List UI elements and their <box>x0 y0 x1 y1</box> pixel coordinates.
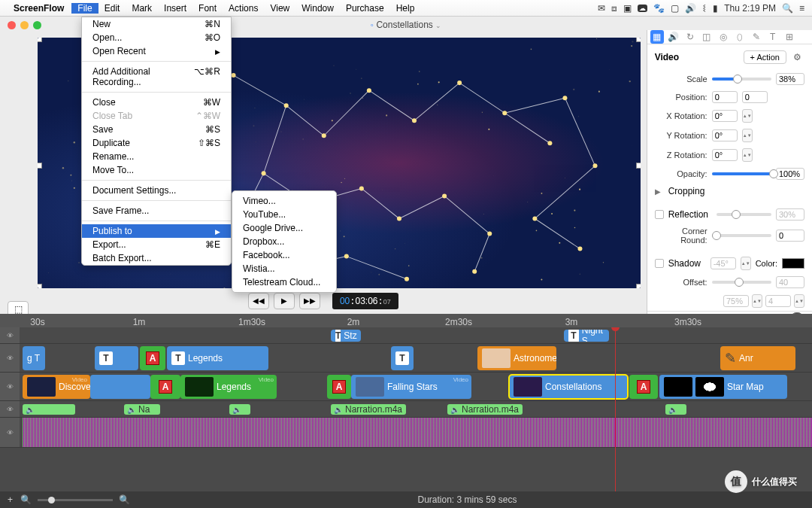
display-icon[interactable]: ▢ <box>671 3 679 14</box>
text-tab[interactable]: T <box>766 30 780 44</box>
volume-icon[interactable]: 🔊 <box>685 3 696 14</box>
submenu-item[interactable]: Wistia... <box>232 262 336 275</box>
resize-handle[interactable] <box>636 38 641 42</box>
track-head[interactable]: 👁 <box>0 418 20 447</box>
clip[interactable]: TStz <box>331 330 361 342</box>
clip[interactable]: A <box>150 375 180 399</box>
xrot-value[interactable]: 0° <box>712 110 738 122</box>
menu-actions[interactable]: Actions <box>223 3 264 14</box>
clip[interactable]: Constellations <box>509 375 628 399</box>
audio-clip[interactable]: 🔈Narration.m4a <box>331 404 406 415</box>
menu-view[interactable]: View <box>264 3 295 14</box>
offset-value[interactable]: 40 <box>776 276 804 288</box>
pencil-tab[interactable]: ✎ <box>750 30 763 44</box>
audio-tab[interactable]: 🔊 <box>667 30 680 44</box>
time-ruler[interactable]: 30s1m1m30s2m2m30s3m3m30s <box>0 314 812 327</box>
battery-icon[interactable]: ▮ <box>713 3 718 14</box>
video-tab[interactable]: ▦ <box>650 30 664 44</box>
menu-item[interactable]: Document Settings... <box>82 184 231 197</box>
menu-item[interactable]: Add Additional Recording...⌥⌘R <box>82 65 231 89</box>
clip[interactable]: LegendsVideo <box>180 375 277 399</box>
track-head[interactable]: 👁 <box>0 344 20 372</box>
rewind-button[interactable]: ◀◀ <box>248 293 269 309</box>
track-head[interactable]: 👁 <box>0 373 20 400</box>
menu-item[interactable]: Save Frame... <box>82 204 231 217</box>
position-y[interactable]: 0 <box>742 91 768 103</box>
menu-item[interactable]: Save⌘S <box>82 123 231 136</box>
cc-icon[interactable]: ☁ <box>638 5 647 12</box>
callout-tab[interactable]: ◫ <box>700 30 714 44</box>
clip[interactable]: A <box>140 346 165 370</box>
yrot-stepper[interactable]: ▲▼ <box>742 129 753 142</box>
media-tab[interactable]: ⊞ <box>783 30 796 44</box>
annotation-tab[interactable]: ⬯ <box>733 30 747 44</box>
menu-purchase[interactable]: Purchase <box>340 3 390 14</box>
shadow-blur-stepper[interactable]: ▲▼ <box>794 294 804 308</box>
clip[interactable]: TLegends <box>167 346 268 370</box>
mail-icon[interactable]: ✉ <box>598 3 605 14</box>
gear-icon[interactable]: ⚙ <box>789 52 804 62</box>
cropping-disclosure[interactable]: ▶ <box>655 187 661 196</box>
clip[interactable]: A <box>629 375 658 399</box>
submenu-item[interactable]: Vimeo... <box>232 194 336 208</box>
publish-submenu[interactable]: Vimeo...YouTube...Google Drive...Dropbox… <box>232 190 337 293</box>
scale-slider[interactable] <box>712 78 771 81</box>
audio-clip[interactable]: 🔈Na <box>124 404 160 415</box>
spotlight-icon[interactable]: 🔍 <box>782 3 793 14</box>
zoom-in-icon[interactable]: 🔍 <box>119 494 130 505</box>
touch-tab[interactable]: ◎ <box>717 30 730 44</box>
clip[interactable]: Astronomer <box>477 346 556 370</box>
menu-mark[interactable]: Mark <box>126 3 158 14</box>
audio-clip[interactable]: 🔈Narration.m4a <box>447 404 523 415</box>
shadow-checkbox[interactable] <box>655 259 664 268</box>
play-button[interactable]: ▶ <box>274 293 295 309</box>
opacity-slider[interactable] <box>712 172 771 175</box>
reflection-value[interactable]: 30% <box>776 208 804 221</box>
paw-icon[interactable]: 🐾 <box>653 3 665 14</box>
submenu-item[interactable]: Dropbox... <box>232 235 336 248</box>
resize-handle[interactable] <box>636 284 641 288</box>
menu-item[interactable]: Batch Export... <box>82 251 231 265</box>
app-name[interactable]: ScreenFlow <box>14 3 64 14</box>
resize-handle[interactable] <box>38 284 42 288</box>
track-1[interactable]: 👁TStzTNight S <box>0 327 812 344</box>
clip[interactable]: A <box>327 375 351 399</box>
shadow-angle[interactable]: -45° <box>710 257 736 269</box>
menu-window[interactable]: Window <box>295 3 340 14</box>
menu-item[interactable]: Rename... <box>82 150 231 163</box>
position-x[interactable]: 0 <box>712 91 738 103</box>
clip[interactable]: Falling StarsVideo <box>351 375 471 399</box>
clip[interactable]: DiscoverVideo <box>23 375 90 399</box>
opacity-value[interactable]: 100% <box>776 168 804 180</box>
resize-handle[interactable] <box>38 163 42 169</box>
track-4[interactable]: 👁🔈🔈Na🔈🔈Narration.m4a🔈Narration.m4a🔈 <box>0 401 812 418</box>
menu-help[interactable]: Help <box>390 3 421 14</box>
shadow-opacity[interactable]: 75% <box>723 295 749 307</box>
corner-value[interactable]: 0 <box>776 230 804 242</box>
shadow-blur[interactable]: 4 <box>765 295 791 307</box>
submenu-item[interactable]: Google Drive... <box>232 221 336 235</box>
shadow-opacity-stepper[interactable]: ▲▼ <box>752 294 762 308</box>
menu-edit[interactable]: Edit <box>98 3 126 14</box>
minimize-button[interactable] <box>20 21 29 29</box>
clip[interactable] <box>90 375 150 399</box>
zoom-out-icon[interactable]: 🔍 <box>20 494 32 505</box>
timecode[interactable]: 00:03:06:07 <box>332 293 398 309</box>
reflection-slider[interactable] <box>717 213 771 216</box>
clock[interactable]: Thu 2:19 PM <box>724 3 776 14</box>
reflection-checkbox[interactable] <box>655 210 664 219</box>
menu-item[interactable]: Open...⌘O <box>82 31 231 44</box>
waveform[interactable] <box>23 418 812 447</box>
menu-item[interactable]: Close Tab⌃⌘W <box>82 109 231 123</box>
menu-item[interactable]: Publish to <box>82 224 231 238</box>
menu-item[interactable]: Move To... <box>82 163 231 177</box>
menu-item[interactable]: Export...⌘E <box>82 238 231 251</box>
audio-clip[interactable]: 🔈 <box>23 404 75 415</box>
resize-handle[interactable] <box>636 163 641 169</box>
clip[interactable]: T <box>391 346 414 370</box>
audio-clip[interactable]: 🔈 <box>665 404 686 415</box>
add-action-button[interactable]: + Action <box>744 50 786 64</box>
clip[interactable]: g T <box>23 346 45 370</box>
audio-clip[interactable]: 🔈 <box>229 404 250 415</box>
corner-slider[interactable] <box>712 234 771 237</box>
